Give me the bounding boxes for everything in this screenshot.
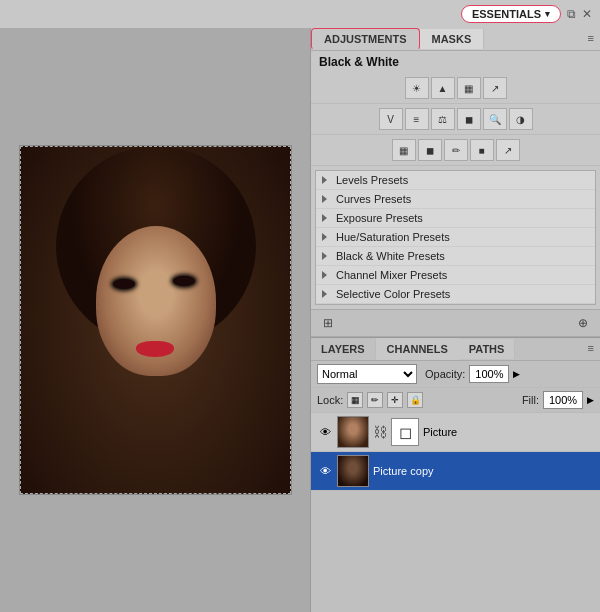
lock-move-btn[interactable]: ✛ <box>387 392 403 408</box>
preset-arrow-hue <box>322 233 330 241</box>
fill-icon[interactable]: ◼ <box>418 139 442 161</box>
balance-icon[interactable]: ⚖ <box>431 108 455 130</box>
erase-icon[interactable]: ✏ <box>444 139 468 161</box>
preset-levels-label: Levels Presets <box>336 174 408 186</box>
fill-arrow-icon[interactable]: ▶ <box>587 395 594 405</box>
preset-hue[interactable]: Hue/Saturation Presets <box>316 228 595 247</box>
preset-arrow-channel <box>322 271 330 279</box>
preset-hue-label: Hue/Saturation Presets <box>336 231 450 243</box>
vibrance-icon[interactable]: V <box>379 108 403 130</box>
lock-transparency-btn[interactable]: ▦ <box>347 392 363 408</box>
layer-thumb-inner-picture <box>338 417 368 447</box>
layer-thumb-copy <box>337 455 369 487</box>
layer-mask-picture: ◻ <box>391 418 419 446</box>
tab-layers[interactable]: LAYERS <box>311 339 376 359</box>
presets-list[interactable]: Levels Presets Curves Presets Exposure P… <box>315 170 596 305</box>
panel-title: Black & White <box>311 51 600 73</box>
preset-exposure[interactable]: Exposure Presets <box>316 209 595 228</box>
preset-channel[interactable]: Channel Mixer Presets <box>316 266 595 285</box>
tab-paths[interactable]: PATHS <box>459 339 516 359</box>
blend-row: Normal Opacity: ▶ <box>311 361 600 388</box>
layer-name-copy: Picture copy <box>373 465 594 477</box>
preset-bw[interactable]: Black & White Presets <box>316 247 595 266</box>
arrow-icon[interactable]: ↗ <box>496 139 520 161</box>
preset-arrow-levels <box>322 176 330 184</box>
tabs-row: ADJUSTMENTS MASKS ≡ <box>311 28 600 51</box>
restore-icon[interactable]: ⧉ <box>567 7 576 21</box>
lookup-icon[interactable]: 🔍 <box>483 108 507 130</box>
layers-panel: LAYERS CHANNELS PATHS ≡ Normal Opacity: … <box>311 337 600 612</box>
panel-menu-icon[interactable]: ≡ <box>588 32 594 44</box>
layer-eye-copy[interactable]: 👁 <box>317 463 333 479</box>
tab-channels[interactable]: CHANNELS <box>376 338 459 360</box>
layers-menu-icon[interactable]: ≡ <box>588 342 594 354</box>
levels-icon[interactable]: ▲ <box>431 77 455 99</box>
preset-curves-label: Curves Presets <box>336 193 411 205</box>
icon-grid-row3: ▦ ◼ ✏ ■ ↗ <box>311 135 600 166</box>
preset-arrow-bw <box>322 252 330 260</box>
right-panel: ADJUSTMENTS MASKS ≡ Black & White ☀ ▲ ▦ … <box>310 28 600 612</box>
tab-adjustments[interactable]: ADJUSTMENTS <box>311 28 420 50</box>
brightness-icon[interactable]: ☀ <box>405 77 429 99</box>
adj-add-icon[interactable]: ⊞ <box>317 313 339 333</box>
photo-area <box>0 28 310 612</box>
preset-channel-label: Channel Mixer Presets <box>336 269 447 281</box>
layer-name-picture: Picture <box>423 426 594 438</box>
circle-icon[interactable]: ◑ <box>509 108 533 130</box>
icon-grid-row2: V ≡ ⚖ ◼ 🔍 ◑ <box>311 104 600 135</box>
preset-arrow-curves <box>322 195 330 203</box>
tab-masks[interactable]: MASKS <box>420 29 485 49</box>
lock-all-btn[interactable]: 🔒 <box>407 392 423 408</box>
layer-thumb-inner-copy <box>338 456 368 486</box>
layer-chain-picture: ⛓ <box>373 424 387 440</box>
main-layout: ADJUSTMENTS MASKS ≡ Black & White ☀ ▲ ▦ … <box>0 28 600 612</box>
essentials-button[interactable]: ESSENTIALS ▾ <box>461 5 561 23</box>
layer-tabs-row: LAYERS CHANNELS PATHS ≡ <box>311 338 600 361</box>
preset-bw-label: Black & White Presets <box>336 250 445 262</box>
layer-thumb-picture <box>337 416 369 448</box>
essentials-arrow-icon: ▾ <box>545 9 550 19</box>
preset-levels[interactable]: Levels Presets <box>316 171 595 190</box>
preset-selective-label: Selective Color Presets <box>336 288 450 300</box>
adjustments-panel: ADJUSTMENTS MASKS ≡ Black & White ☀ ▲ ▦ … <box>311 28 600 337</box>
bw-icon[interactable]: ◼ <box>457 108 481 130</box>
layer-picture-copy[interactable]: 👁 Picture copy <box>311 452 600 491</box>
opacity-input[interactable] <box>469 365 509 383</box>
lock-row: Lock: ▦ ✏ ✛ 🔒 Fill: ▶ <box>311 388 600 413</box>
selection-border <box>20 146 291 494</box>
lock-paint-btn[interactable]: ✏ <box>367 392 383 408</box>
curves-icon[interactable]: ▦ <box>457 77 481 99</box>
opacity-label: Opacity: <box>425 368 465 380</box>
solid-icon[interactable]: ■ <box>470 139 494 161</box>
photo-frame <box>19 145 292 495</box>
layer-picture[interactable]: 👁 ⛓ ◻ Picture <box>311 413 600 452</box>
opacity-arrow-icon[interactable]: ▶ <box>513 369 520 379</box>
blend-mode-select[interactable]: Normal <box>317 364 417 384</box>
preset-exposure-label: Exposure Presets <box>336 212 423 224</box>
lock-label: Lock: <box>317 394 343 406</box>
fill-label: Fill: <box>522 394 539 406</box>
adj-link-icon[interactable]: ⊕ <box>572 313 594 333</box>
gradient-icon[interactable]: ↗ <box>483 77 507 99</box>
layer-eye-picture[interactable]: 👁 <box>317 424 333 440</box>
fill-input[interactable] <box>543 391 583 409</box>
top-bar-icons: ⧉ ✕ <box>567 7 592 21</box>
essentials-label: ESSENTIALS <box>472 8 541 20</box>
preset-arrow-selective <box>322 290 330 298</box>
top-bar: ESSENTIALS ▾ ⧉ ✕ <box>0 0 600 28</box>
hsl-icon[interactable]: ≡ <box>405 108 429 130</box>
preset-arrow-exposure <box>322 214 330 222</box>
preset-selective[interactable]: Selective Color Presets <box>316 285 595 304</box>
close-icon[interactable]: ✕ <box>582 7 592 21</box>
icon-grid-row1: ☀ ▲ ▦ ↗ <box>311 73 600 104</box>
adj-bottom-icons: ⊞ ⊕ <box>311 309 600 336</box>
preset-curves[interactable]: Curves Presets <box>316 190 595 209</box>
grid-icon[interactable]: ▦ <box>392 139 416 161</box>
